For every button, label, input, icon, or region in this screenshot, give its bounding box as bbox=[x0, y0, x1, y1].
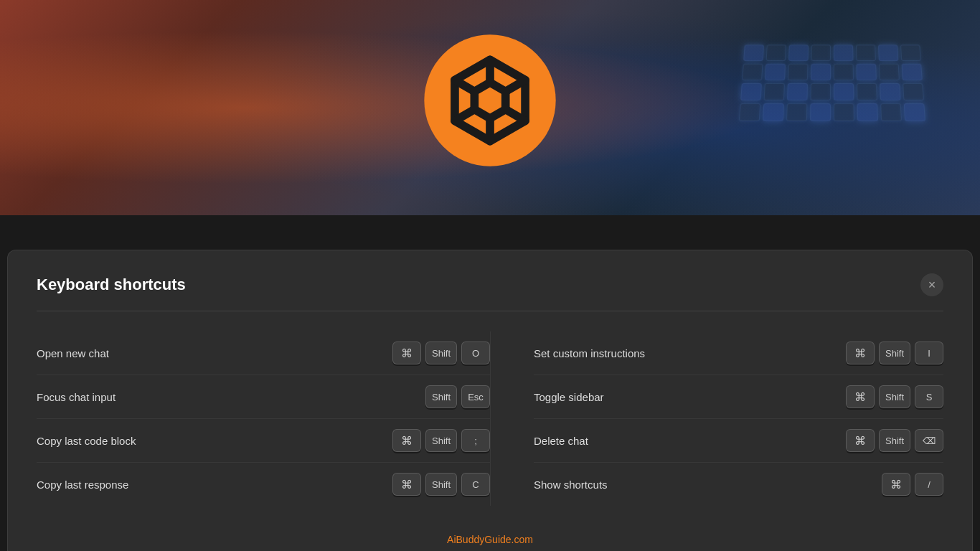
key-cmd: ⌘ bbox=[882, 473, 910, 496]
shortcut-open-new-chat: Open new chat ⌘ Shift O bbox=[37, 331, 490, 375]
key-shift: Shift bbox=[879, 342, 910, 364]
key-esc: Esc bbox=[461, 385, 490, 408]
key-c: C bbox=[461, 473, 490, 496]
key-cmd: ⌘ bbox=[846, 429, 875, 452]
shortcuts-right-column: Set custom instructions ⌘ Shift I Toggle… bbox=[490, 331, 943, 506]
key-backspace: ⌫ bbox=[915, 429, 943, 452]
keyboard-shortcuts-modal: Keyboard shortcuts × Open new chat ⌘ Shi… bbox=[7, 250, 973, 551]
key-shift: Shift bbox=[425, 342, 457, 364]
key-cmd: ⌘ bbox=[392, 429, 421, 452]
shortcuts-grid: Open new chat ⌘ Shift O Focus chat input… bbox=[37, 331, 943, 506]
shortcut-toggle-sidebar: Toggle sidebar ⌘ Shift S bbox=[534, 375, 943, 419]
key-i: I bbox=[915, 342, 943, 364]
shortcut-delete-chat: Delete chat ⌘ Shift ⌫ bbox=[534, 419, 943, 463]
key-cmd: ⌘ bbox=[392, 342, 421, 364]
key-shift: Shift bbox=[425, 429, 457, 452]
key-slash: / bbox=[915, 473, 943, 496]
close-button[interactable]: × bbox=[920, 273, 943, 296]
key-o: O bbox=[461, 342, 490, 364]
shortcut-focus-chat-input: Focus chat input Shift Esc bbox=[37, 375, 490, 419]
shortcut-copy-last-response: Copy last response ⌘ Shift C bbox=[37, 463, 490, 506]
shortcuts-left-column: Open new chat ⌘ Shift O Focus chat input… bbox=[37, 331, 490, 506]
key-cmd: ⌘ bbox=[846, 385, 875, 408]
key-shift: Shift bbox=[425, 473, 457, 496]
footer-attribution: AiBuddyGuide.com bbox=[447, 534, 533, 545]
key-s: S bbox=[915, 385, 943, 408]
key-shift: Shift bbox=[879, 385, 910, 408]
shortcut-copy-last-code-block: Copy last code block ⌘ Shift ; bbox=[37, 419, 490, 463]
modal-header: Keyboard shortcuts × bbox=[37, 273, 943, 311]
key-cmd: ⌘ bbox=[392, 473, 421, 496]
key-shift: Shift bbox=[879, 429, 910, 452]
modal-overlay: Keyboard shortcuts × Open new chat ⌘ Shi… bbox=[0, 0, 980, 551]
key-cmd: ⌘ bbox=[846, 342, 875, 364]
shortcut-show-shortcuts: Show shortcuts ⌘ / bbox=[534, 463, 943, 506]
key-semicolon: ; bbox=[461, 429, 490, 452]
key-shift: Shift bbox=[425, 385, 457, 408]
shortcut-set-custom-instructions: Set custom instructions ⌘ Shift I bbox=[534, 331, 943, 375]
modal-title: Keyboard shortcuts bbox=[37, 276, 186, 294]
